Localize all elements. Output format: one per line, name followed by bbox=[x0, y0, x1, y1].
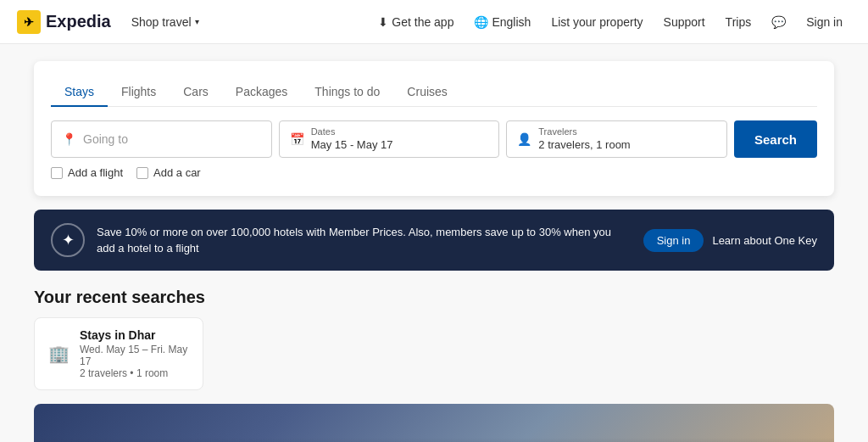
tab-cruises[interactable]: Cruises bbox=[393, 78, 460, 107]
chevron-down-icon: ▾ bbox=[195, 17, 199, 26]
add-car-checkbox[interactable] bbox=[136, 167, 148, 179]
search-card: Stays Flights Cars Packages Things to do… bbox=[34, 61, 834, 196]
recent-searches-title: Your recent searches bbox=[34, 288, 834, 307]
destination-field[interactable]: 📍 Going to bbox=[51, 120, 272, 158]
person-icon: 👤 bbox=[517, 132, 531, 146]
nav-sign-in[interactable]: Sign in bbox=[798, 10, 851, 34]
tab-stays[interactable]: Stays bbox=[51, 78, 108, 107]
recent-search-meta: 2 travelers • 1 room bbox=[80, 367, 189, 379]
destination-placeholder: Going to bbox=[83, 132, 128, 146]
city-silhouette bbox=[34, 438, 834, 442]
recent-searches-section: Your recent searches 🏢 Stays in Dhar Wed… bbox=[34, 288, 834, 390]
tab-things-to-do[interactable]: Things to do bbox=[301, 78, 393, 107]
nav-trips-label: Trips bbox=[726, 15, 752, 29]
shop-travel-menu[interactable]: Shop travel ▾ bbox=[125, 12, 206, 32]
travelers-label: Travelers bbox=[538, 126, 716, 137]
nav-get-app[interactable]: ⬇ Get the app bbox=[370, 10, 462, 34]
promo-image-section: Early summer sale: bbox=[34, 404, 834, 442]
nav-support[interactable]: Support bbox=[655, 10, 714, 34]
nav-chat[interactable]: 💬 bbox=[763, 10, 794, 34]
recent-search-info: Stays in Dhar Wed. May 15 – Fri. May 17 … bbox=[80, 328, 189, 379]
add-car-checkbox-label[interactable]: Add a car bbox=[136, 166, 201, 179]
promo-banner: ✦ Save 10% or more on over 100,000 hotel… bbox=[34, 210, 834, 271]
recent-search-dates: Wed. May 15 – Fri. May 17 bbox=[80, 344, 189, 367]
topbar: ✈ Expedia Shop travel ▾ ⬇ Get the app 🌐 … bbox=[0, 0, 868, 44]
shop-travel-label: Shop travel bbox=[131, 15, 192, 29]
add-car-label: Add a car bbox=[153, 166, 201, 179]
dates-content: Dates May 15 - May 17 bbox=[311, 126, 489, 152]
nav-support-label: Support bbox=[664, 15, 705, 29]
travelers-content: Travelers 2 travelers, 1 room bbox=[538, 126, 716, 152]
member-prices-icon: ✦ bbox=[51, 223, 85, 257]
download-icon: ⬇ bbox=[378, 15, 388, 29]
building-icon: 🏢 bbox=[48, 344, 70, 364]
logo-area[interactable]: ✈ Expedia bbox=[17, 10, 111, 34]
nav-language[interactable]: 🌐 English bbox=[465, 10, 539, 34]
nav-sign-in-label: Sign in bbox=[806, 15, 843, 29]
banner-learn-link[interactable]: Learn about One Key bbox=[712, 234, 817, 247]
search-tabs: Stays Flights Cars Packages Things to do… bbox=[51, 78, 817, 107]
tab-cars[interactable]: Cars bbox=[170, 78, 222, 107]
travelers-value: 2 travelers, 1 room bbox=[538, 138, 630, 151]
location-icon: 📍 bbox=[62, 132, 76, 146]
banner-actions: Sign in Learn about One Key bbox=[643, 229, 817, 252]
globe-icon: 🌐 bbox=[474, 15, 488, 29]
tab-packages[interactable]: Packages bbox=[222, 78, 301, 107]
add-flight-checkbox[interactable] bbox=[51, 167, 63, 179]
main-content: Stays Flights Cars Packages Things to do… bbox=[0, 44, 868, 442]
search-button[interactable]: Search bbox=[734, 120, 817, 158]
calendar-icon: 📅 bbox=[290, 132, 304, 146]
tab-flights[interactable]: Flights bbox=[108, 78, 170, 107]
banner-signin-button[interactable]: Sign in bbox=[643, 229, 704, 252]
search-fields-row: 📍 Going to 📅 Dates May 15 - May 17 👤 Tra… bbox=[51, 120, 817, 158]
dates-field[interactable]: 📅 Dates May 15 - May 17 bbox=[279, 120, 500, 158]
travelers-field[interactable]: 👤 Travelers 2 travelers, 1 room bbox=[506, 120, 727, 158]
dates-value: May 15 - May 17 bbox=[311, 138, 393, 151]
banner-text: Save 10% or more on over 100,000 hotels … bbox=[97, 224, 632, 257]
add-flight-checkbox-label[interactable]: Add a flight bbox=[51, 166, 123, 179]
nav-trips[interactable]: Trips bbox=[717, 10, 760, 34]
chat-icon: 💬 bbox=[771, 15, 786, 29]
logo-text: Expedia bbox=[46, 12, 111, 31]
dates-label: Dates bbox=[311, 126, 489, 137]
add-flight-label: Add a flight bbox=[68, 166, 123, 179]
recent-search-item[interactable]: 🏢 Stays in Dhar Wed. May 15 – Fri. May 1… bbox=[34, 317, 203, 390]
recent-search-name: Stays in Dhar bbox=[80, 328, 189, 342]
nav-list-property-label: List your property bbox=[551, 15, 643, 29]
nav-language-label: English bbox=[492, 15, 531, 29]
extras-row: Add a flight Add a car bbox=[51, 166, 817, 179]
nav-links: ⬇ Get the app 🌐 English List your proper… bbox=[370, 10, 851, 34]
expedia-logo-icon: ✈ bbox=[17, 10, 41, 34]
nav-get-app-label: Get the app bbox=[392, 15, 453, 29]
nav-list-property[interactable]: List your property bbox=[542, 10, 651, 34]
